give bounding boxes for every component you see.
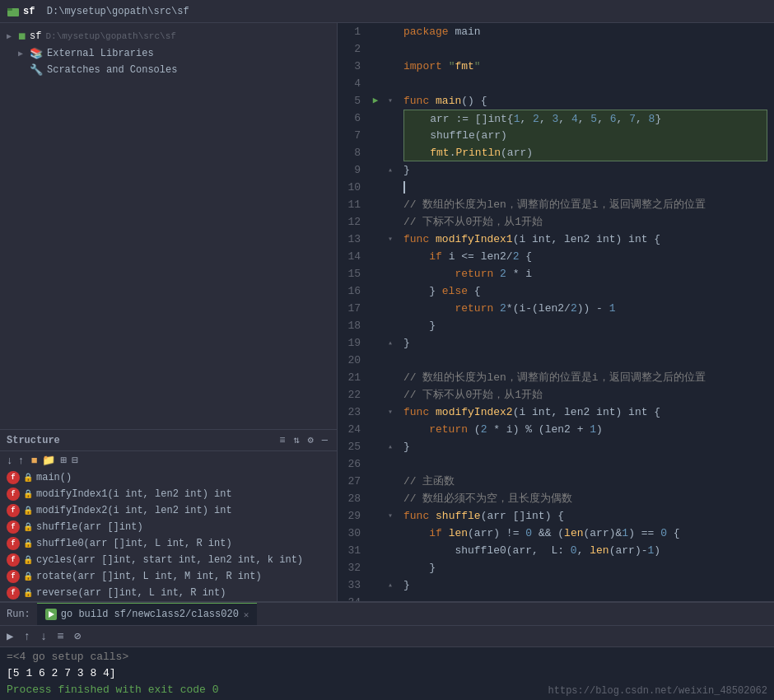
code-line: } xyxy=(403,438,767,455)
up-btn[interactable]: ↑ xyxy=(20,628,33,645)
lock-icon: 🔒 xyxy=(23,473,33,483)
file-tree: ▶ ◼ sf D:\mysetup\gopath\src\sf ▶ 📚 Exte… xyxy=(0,23,337,429)
struct-item-label: rotate(arr []int, L int, M int, R int) xyxy=(36,571,262,582)
play-btn[interactable]: ▶ xyxy=(3,628,16,645)
bottom-tabs: Run: go build sf/newclass2/class020 ✕ xyxy=(0,603,774,626)
sort-order-icon[interactable]: ⇅ xyxy=(291,433,301,447)
tree-item-scratches[interactable]: 🔧 Scratches and Consoles xyxy=(0,62,337,78)
code-line xyxy=(403,352,767,369)
code-line: arr := []int{1, 2, 3, 4, 5, 6, 7, 8} xyxy=(403,110,767,127)
wrap-btn[interactable]: ≡ xyxy=(54,628,67,645)
struct-item[interactable]: f 🔒 rotate(arr []int, L int, M int, R in… xyxy=(0,568,337,585)
structure-sort-row: ↓ ↑ ■ 📁 ⊞ ⊟ xyxy=(0,451,337,469)
bottom-toolbar: ▶ ↑ ↓ ≡ ⊘ xyxy=(0,626,774,647)
sort-btn-2[interactable]: ↑ xyxy=(18,455,25,467)
struct-item-label: shuffle(arr []int) xyxy=(36,521,143,533)
code-line: } xyxy=(403,161,767,179)
project-path: sf D:\mysetup\gopath\src\sf xyxy=(23,6,189,17)
struct-item-label: main() xyxy=(36,472,72,483)
code-line: func modifyIndex2(i int, len2 int) int { xyxy=(403,404,767,421)
fold-col[interactable]: ▾▴▾▴▾▴▾▴ xyxy=(384,23,397,601)
sort-alpha-icon[interactable]: ≡ xyxy=(277,434,287,447)
struct-item[interactable]: f 🔒 modifyIndex2(i int, len2 int) int xyxy=(0,502,337,519)
watermark: https://blog.csdn.net/weixin_48502062 xyxy=(548,685,767,697)
highlight-icon[interactable]: ■ xyxy=(31,455,38,467)
code-line: if len(arr) != 0 && (len(arr)&1) == 0 { xyxy=(403,525,767,542)
tree-label-scratches: Scratches and Consoles xyxy=(47,64,177,76)
code-line: // 数组的长度为len，调整前的位置是i，返回调整之后的位置 xyxy=(403,369,767,386)
code-line: fmt.Println(arr) xyxy=(403,144,767,161)
code-line: // 下标不从0开始，从1开始 xyxy=(403,386,767,404)
code-line: } else { xyxy=(403,282,767,300)
code-line: // 数组的长度为len，调整前的位置是i，返回调整之后的位置 xyxy=(403,196,767,213)
code-line: // 下标不从0开始，从1开始 xyxy=(403,213,767,231)
run-tab-icon xyxy=(45,609,57,620)
code-line xyxy=(403,179,767,196)
main-layout: ▶ ◼ sf D:\mysetup\gopath\src\sf ▶ 📚 Exte… xyxy=(0,23,774,601)
folder-btn[interactable]: 📁 xyxy=(42,454,55,467)
run-arrows: ▶ xyxy=(367,23,384,601)
code-line: return (2 * i) % (len2 + 1) xyxy=(403,421,767,438)
code-line: func main() { xyxy=(403,92,767,110)
svg-marker-2 xyxy=(49,611,54,618)
scratches-icon: 🔧 xyxy=(30,63,43,77)
struct-item[interactable]: f 🔒 main() xyxy=(0,469,337,486)
structure-header: Structure ≡ ⇅ ⚙ — xyxy=(0,430,337,451)
run-tab-close[interactable]: ✕ xyxy=(244,609,249,620)
code-line: } xyxy=(403,559,767,576)
close-panel-icon[interactable]: — xyxy=(319,434,330,447)
sf-folder-icon: ◼ xyxy=(18,28,26,44)
code-area[interactable]: 1234567891011121314151617181920212223242… xyxy=(338,23,774,601)
sidebar: ▶ ◼ sf D:\mysetup\gopath\src\sf ▶ 📚 Exte… xyxy=(0,23,338,601)
code-line xyxy=(403,455,767,473)
svg-rect-1 xyxy=(7,8,12,11)
arrow-icon: ▶ xyxy=(7,31,18,41)
struct-fn-icon: f xyxy=(7,504,20,517)
code-line: return 2*(i-(len2/2)) - 1 xyxy=(403,300,767,317)
code-line: } xyxy=(403,576,767,594)
down-btn[interactable]: ↓ xyxy=(37,628,50,645)
collapse-btn[interactable]: ⊟ xyxy=(72,454,78,467)
sort-btn-1[interactable]: ↓ xyxy=(7,455,13,467)
struct-fn-icon: f xyxy=(7,553,20,567)
code-line: func modifyIndex1(i int, len2 int) int { xyxy=(403,231,767,248)
lock-icon: 🔒 xyxy=(23,572,33,581)
struct-item[interactable]: f 🔒 cycles(arr []int, start int, len2 in… xyxy=(0,552,337,568)
code-line: func shuffle(arr []int) { xyxy=(403,507,767,525)
tree-item-sf[interactable]: ▶ ◼ sf D:\mysetup\gopath\src\sf xyxy=(0,26,337,45)
terminal-line: [5 1 6 2 7 3 8 4] xyxy=(7,665,767,682)
clear-btn[interactable]: ⊘ xyxy=(71,628,84,645)
tree-item-external-libraries[interactable]: ▶ 📚 External Libraries xyxy=(0,45,337,62)
run-tab[interactable]: go build sf/newclass2/class020 ✕ xyxy=(37,603,258,625)
code-line: // 主函数 xyxy=(403,473,767,490)
struct-item[interactable]: f 🔒 shuffle(arr []int) xyxy=(0,519,337,535)
structure-toolbar: ≡ ⇅ ⚙ — xyxy=(277,433,330,447)
tree-label-ext: External Libraries xyxy=(47,48,154,59)
struct-item-label: reverse(arr []int, L int, R int) xyxy=(36,587,226,599)
lock-icon: 🔒 xyxy=(23,555,33,565)
code-lines[interactable]: package mainimport "fmt"func main() { ar… xyxy=(397,23,774,601)
struct-item[interactable]: f 🔒 shuffle0(arr []int, L int, R int) xyxy=(0,535,337,552)
struct-item[interactable]: f 🔒 modifyIndex1(i int, len2 int) int xyxy=(0,486,337,502)
code-line: return 2 * i xyxy=(403,265,767,282)
tree-item-path: D:\mysetup\gopath\src\sf xyxy=(45,31,175,41)
struct-fn-icon: f xyxy=(7,520,20,534)
struct-item-label: modifyIndex2(i int, len2 int) int xyxy=(36,505,232,516)
code-line: } xyxy=(403,334,767,352)
tree-item-label-sf: sf xyxy=(30,30,41,42)
structure-panel: Structure ≡ ⇅ ⚙ — ↓ ↑ ■ 📁 ⊞ ⊟ f 🔒 ma xyxy=(0,429,337,601)
code-line: } xyxy=(403,317,767,334)
code-line: shuffle0(arr, L: 0, len(arr)-1) xyxy=(403,542,767,559)
terminal-line: =<4 go setup calls> xyxy=(7,649,767,665)
struct-item-label: modifyIndex1(i int, len2 int) int xyxy=(36,488,232,500)
code-line xyxy=(403,594,767,601)
expand-btn[interactable]: ⊞ xyxy=(60,454,67,467)
settings-icon[interactable]: ⚙ xyxy=(305,433,316,447)
arrow-icon-2: ▶ xyxy=(18,49,30,58)
code-line: import "fmt" xyxy=(403,58,767,75)
code-editor: 1234567891011121314151617181920212223242… xyxy=(338,23,774,601)
struct-item[interactable]: f 🔒 reverse(arr []int, L int, R int) xyxy=(0,585,337,601)
library-icon: 📚 xyxy=(30,47,43,60)
struct-fn-icon: f xyxy=(7,471,20,484)
line-numbers: 1234567891011121314151617181920212223242… xyxy=(338,23,367,601)
